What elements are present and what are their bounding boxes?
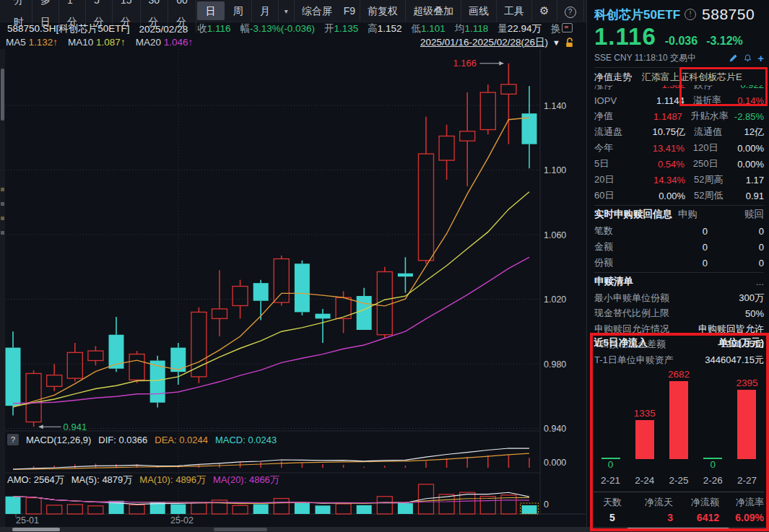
price-change: -0.036 <box>665 35 698 48</box>
subscription-section-header: 实时申购赎回信息 申购 赎回 <box>594 205 764 223</box>
amo-ma10: MA(10): 4896万 <box>139 474 206 487</box>
clipped-limit-row: 涨停 1.382 跌停 0.922 <box>594 85 764 92</box>
info-field-开: 开1.135 <box>324 22 358 35</box>
timeframe-tab-日[interactable]: 日 <box>197 1 225 20</box>
toolbar-item-综合屏[interactable]: 综合屏 <box>294 0 339 22</box>
help-button[interactable]: ? <box>557 0 583 22</box>
svg-text:1.166: 1.166 <box>453 58 477 69</box>
sidebar-mini-icon[interactable] <box>1 202 4 206</box>
settings-button[interactable]: ⚙ <box>531 0 556 22</box>
trade-date: 2025/02/28 <box>139 24 188 35</box>
toolbar-tools: 综合屏F9前复权超级叠加画线工具⚙?> <box>294 0 604 22</box>
candlestick-chart[interactable]: 1.1401.1001.0601.0200.9800.9401.1660.941… <box>5 49 586 527</box>
last-price: 1.116 <box>594 23 656 51</box>
inflow-zero-labels: 00 <box>594 459 764 472</box>
edit-icon[interactable] <box>729 53 738 63</box>
price-change-pct: -3.12% <box>706 35 743 48</box>
inflow-footer-header: 净流额 <box>673 496 719 509</box>
inflow-bar <box>635 420 654 459</box>
ma-value-MA20: MA20 1.046↑ <box>136 37 194 48</box>
amo-ma5: MA(5): 4879万 <box>71 474 133 487</box>
svg-text:0.941: 0.941 <box>64 422 87 432</box>
alert-bell-icon[interactable] <box>743 53 752 63</box>
toolbar-item-工具[interactable]: 工具 <box>496 0 531 22</box>
inflow-zero-label: 0 <box>696 459 730 472</box>
timeframe-tab-月[interactable]: 月 <box>252 0 279 22</box>
inflow-date: 2-26 <box>696 475 730 486</box>
ma-value-MA10: MA10 1.087↑ <box>68 37 126 48</box>
inflow-footer-value: 6412 <box>673 512 719 523</box>
net-inflow-panel: 近5日净流入 单位(万元) 133526822395 00 2-212-242-… <box>594 336 764 523</box>
inflow-footer-header: 天数 <box>594 496 631 509</box>
inflow-title: 近5日净流入 <box>594 336 648 349</box>
fund-full-name[interactable]: 汇添富上证科创板芯片E <box>642 71 742 84</box>
sidebar-mini-icon[interactable] <box>1 188 4 191</box>
symbol-label: 588750.SH[科创芯片50ETF] <box>7 22 130 35</box>
chevron-down-icon[interactable]: ▼ <box>552 38 560 47</box>
inflow-zero-label <box>730 459 764 472</box>
info-icon[interactable]: ! <box>685 9 696 20</box>
svg-text:0.940: 0.940 <box>544 424 566 434</box>
help-icon[interactable]: ? <box>7 434 19 445</box>
turnover-icon[interactable] <box>562 23 573 32</box>
tab-nav-trend[interactable]: 净值走势 <box>594 71 632 84</box>
bottom-scrollbar[interactable] <box>0 527 769 532</box>
toolbar-item-画线[interactable]: 画线 <box>461 0 496 22</box>
more-button[interactable]: ... <box>756 276 764 287</box>
gear-icon: ⚙ <box>539 4 549 17</box>
stat-row-流通盘: 流通盘10.75亿流通值12亿 <box>594 124 764 140</box>
toolbar-item-超级叠加[interactable]: 超级叠加 <box>405 0 461 22</box>
sidebar-mini-icon[interactable] <box>1 231 4 235</box>
etf-code: 588750 <box>702 6 755 23</box>
svg-text:1.020: 1.020 <box>544 295 566 305</box>
left-scrollbar-thumb[interactable] <box>1 69 4 121</box>
date-range-selector[interactable]: 2025/01/16-2025/02/28(26日) <box>420 36 548 49</box>
info-field-高: 高1.152 <box>368 22 401 35</box>
inflow-bar <box>669 381 688 459</box>
info-field-低: 低1.101 <box>412 22 446 35</box>
timeframe-tab-周[interactable]: 周 <box>225 0 252 22</box>
scrollbar-thumb[interactable] <box>627 528 729 531</box>
macd-header: ? MACD(12,26,9) DIF: 0.0366 DEA: 0.0244 … <box>7 434 277 445</box>
info-field-换: 换 <box>551 22 573 35</box>
inflow-footer-value: 5 <box>594 512 631 523</box>
quote-info-bar: 588750.SH[科创芯片50ETF] 2025/02/28 收1.116幅-… <box>7 22 585 35</box>
scrollbar-thumb[interactable] <box>12 528 60 531</box>
svg-text:0.980: 0.980 <box>544 359 566 370</box>
list-section-header: 申赎清单 ... <box>594 272 764 290</box>
subscription-row-笔数: 笔数00 <box>594 223 764 239</box>
subscription-row-金额: 金额00 <box>594 239 764 255</box>
subscription-rows: 笔数00金额00份额00 <box>594 223 764 271</box>
inflow-bar-value: 2682 <box>668 369 690 380</box>
left-collapsed-sidebar[interactable] <box>0 49 5 527</box>
unlock-icon[interactable] <box>565 37 575 48</box>
svg-text:1.140: 1.140 <box>544 101 566 111</box>
svg-text:25-01: 25-01 <box>16 515 39 526</box>
macd-name: MACD(12,26,9) <box>26 435 91 445</box>
etf-name: 科创芯片50ETF <box>594 6 680 23</box>
inflow-bar <box>737 390 756 459</box>
inflow-date: 2-24 <box>627 475 661 486</box>
add-icon[interactable]: + <box>757 53 764 63</box>
ma-values: MA5 1.132↑MA10 1.087↑MA20 1.046↑ <box>6 37 203 48</box>
toolbar-item-前复权[interactable]: 前复权 <box>360 0 405 22</box>
ma-value-MA5: MA5 1.132↑ <box>6 37 58 48</box>
stat-row-5日: 5日0.54%250日0.00% <box>594 156 764 172</box>
list-row: 现金替代比例上限50% <box>594 306 764 322</box>
svg-text:0: 0 <box>544 500 549 510</box>
timeframe-dropdown-icon[interactable]: ▾ <box>279 7 294 15</box>
inflow-date: 2-21 <box>594 475 627 486</box>
macd-dif: DIF: 0.0366 <box>98 435 147 445</box>
inflow-zero-label <box>661 459 695 472</box>
inflow-footer-header: 净流天 <box>631 496 673 509</box>
inflow-footer-value: 6.09% <box>719 512 764 523</box>
scrollbar-thumb[interactable] <box>214 528 267 531</box>
sidebar-mini-icon[interactable] <box>1 217 4 220</box>
stat-row-IOPV: IOPV1.1144溢折率0.14% <box>594 92 764 108</box>
toolbar-item-F9[interactable]: F9 <box>339 0 360 22</box>
trading-app: 分时多日1分5分15分30分60分日周月▾ 综合屏F9前复权超级叠加画线工具⚙?… <box>0 0 769 532</box>
inflow-footer-header: 净流率 <box>719 496 764 509</box>
inflow-footer-value: 3 <box>631 512 673 523</box>
inflow-unit: 单位(万元) <box>718 336 764 349</box>
inflow-bar-2-26 <box>696 352 730 459</box>
